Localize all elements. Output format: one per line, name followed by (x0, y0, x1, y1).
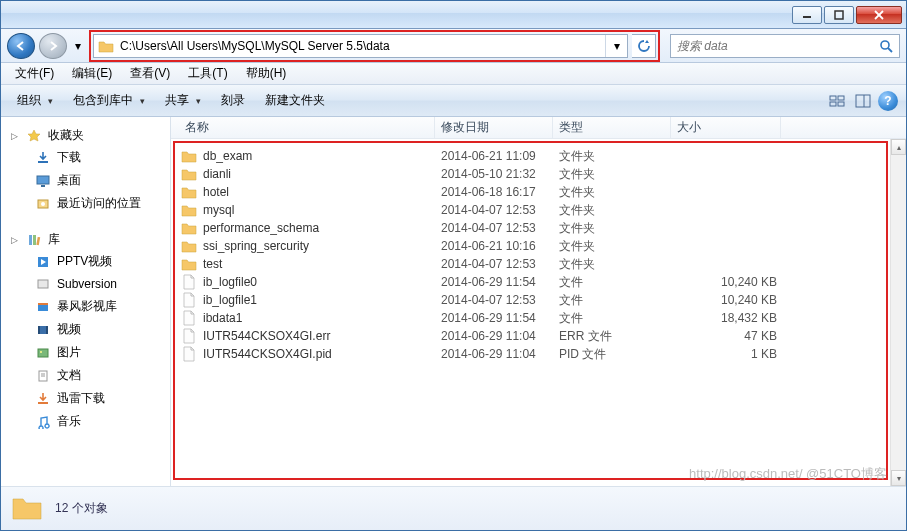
search-input[interactable] (671, 39, 873, 53)
music-icon (35, 414, 51, 430)
svg-rect-25 (38, 326, 40, 334)
star-icon (26, 128, 42, 144)
burn-button[interactable]: 刻录 (213, 88, 253, 113)
search-bar[interactable] (670, 34, 900, 58)
address-highlight: ▾ (89, 30, 660, 62)
minimize-button[interactable] (792, 6, 822, 24)
menu-edit[interactable]: 编辑(E) (64, 63, 120, 84)
sidebar-item[interactable]: 桌面 (1, 169, 170, 192)
sidebar-group-label: 收藏夹 (48, 127, 84, 144)
sidebar-group-label: 库 (48, 231, 60, 248)
svg-rect-9 (838, 102, 844, 106)
svg-rect-7 (838, 96, 844, 100)
titlebar (1, 1, 906, 29)
col-size[interactable]: 大小 (671, 117, 781, 138)
desktop-icon (35, 173, 51, 189)
doc-icon (35, 368, 51, 384)
sidebar-item[interactable]: 暴风影视库 (1, 295, 170, 318)
svg-rect-32 (38, 402, 48, 404)
menu-view[interactable]: 查看(V) (122, 63, 178, 84)
column-headers: 名称 修改日期 类型 大小 (171, 117, 906, 139)
pic-icon (35, 345, 51, 361)
scroll-down[interactable]: ▾ (891, 470, 906, 486)
scrollbar[interactable]: ▴ ▾ (890, 139, 906, 486)
sidebar-item-label: PPTV视频 (57, 253, 112, 270)
sidebar-item[interactable]: 图片 (1, 341, 170, 364)
svg-line-5 (888, 48, 892, 52)
svg-rect-12 (38, 161, 48, 163)
col-type[interactable]: 类型 (553, 117, 671, 138)
recent-icon (35, 196, 51, 212)
close-button[interactable] (856, 6, 902, 24)
svg-rect-21 (38, 280, 48, 288)
storm-icon (35, 299, 51, 315)
forward-button[interactable] (39, 33, 67, 59)
address-bar[interactable]: ▾ (93, 34, 628, 58)
sidebar-item-label: 视频 (57, 321, 81, 338)
sidebar-item-label: 文档 (57, 367, 81, 384)
address-input[interactable] (118, 36, 605, 56)
folder-icon (11, 493, 43, 525)
file-list-wrap: db_exam2014-06-21 11:09文件夹dianli2014-05-… (171, 139, 906, 486)
sidebar-item-label: 桌面 (57, 172, 81, 189)
sidebar-item-label: 图片 (57, 344, 81, 361)
sidebar-item[interactable]: 视频 (1, 318, 170, 341)
sidebar-item[interactable]: 最近访问的位置 (1, 192, 170, 215)
sidebar-item-label: 下载 (57, 149, 81, 166)
svg-rect-19 (36, 236, 40, 244)
sidebar-item[interactable]: 音乐 (1, 410, 170, 433)
svg-rect-17 (29, 235, 32, 245)
svg-rect-23 (38, 303, 48, 305)
menu-tools[interactable]: 工具(T) (180, 63, 235, 84)
xunlei-icon (35, 391, 51, 407)
scroll-up[interactable]: ▴ (891, 139, 906, 155)
status-text: 12 个对象 (55, 500, 108, 517)
preview-pane-button[interactable] (852, 90, 874, 112)
col-name[interactable]: 名称 (179, 117, 435, 138)
view-options-button[interactable] (826, 90, 848, 112)
collapse-icon: ▷ (11, 131, 20, 140)
svg-rect-6 (830, 96, 836, 100)
svg-rect-10 (856, 95, 870, 107)
sidebar-item[interactable]: PPTV视频 (1, 250, 170, 273)
search-icon[interactable] (873, 35, 899, 57)
main-panel: 名称 修改日期 类型 大小 db_exam2014-06-21 11:09文件夹… (171, 117, 906, 486)
menu-file[interactable]: 文件(F) (7, 63, 62, 84)
sidebar-item[interactable]: 迅雷下载 (1, 387, 170, 410)
new-folder-button[interactable]: 新建文件夹 (257, 88, 333, 113)
toolbar: 组织 包含到库中 共享 刻录 新建文件夹 ? (1, 85, 906, 117)
svg-rect-27 (38, 349, 48, 357)
refresh-button[interactable] (632, 34, 656, 58)
sidebar-favorites[interactable]: ▷ 收藏夹 (1, 123, 170, 146)
list-highlight (173, 141, 888, 480)
folder-icon (96, 36, 116, 56)
svg-rect-8 (830, 102, 836, 106)
sidebar-item-label: Subversion (57, 277, 117, 291)
statusbar: 12 个对象 (1, 486, 906, 530)
address-drop[interactable]: ▾ (605, 35, 627, 57)
download-icon (35, 150, 51, 166)
svn-icon (35, 276, 51, 292)
include-library-button[interactable]: 包含到库中 (65, 88, 153, 113)
sidebar-item-label: 暴风影视库 (57, 298, 117, 315)
menu-help[interactable]: 帮助(H) (238, 63, 295, 84)
maximize-button[interactable] (824, 6, 854, 24)
back-button[interactable] (7, 33, 35, 59)
sidebar-item[interactable]: 下载 (1, 146, 170, 169)
col-date[interactable]: 修改日期 (435, 117, 553, 138)
sidebar-item-label: 迅雷下载 (57, 390, 105, 407)
sidebar-item[interactable]: Subversion (1, 273, 170, 295)
sidebar-item[interactable]: 文档 (1, 364, 170, 387)
explorer-window: ▾ ▾ 文件(F) 编辑(E) 查看(V) 工具(T) 帮助(H) 组织 包含到… (0, 0, 907, 531)
menubar: 文件(F) 编辑(E) 查看(V) 工具(T) 帮助(H) (1, 63, 906, 85)
share-button[interactable]: 共享 (157, 88, 209, 113)
organize-button[interactable]: 组织 (9, 88, 61, 113)
collapse-icon: ▷ (11, 235, 20, 244)
sidebar-libraries[interactable]: ▷ 库 (1, 227, 170, 250)
library-icon (26, 232, 42, 248)
nav-history-drop[interactable]: ▾ (71, 36, 85, 56)
svg-rect-13 (37, 176, 49, 184)
sidebar-item-label: 音乐 (57, 413, 81, 430)
svg-point-28 (40, 351, 42, 353)
help-button[interactable]: ? (878, 91, 898, 111)
